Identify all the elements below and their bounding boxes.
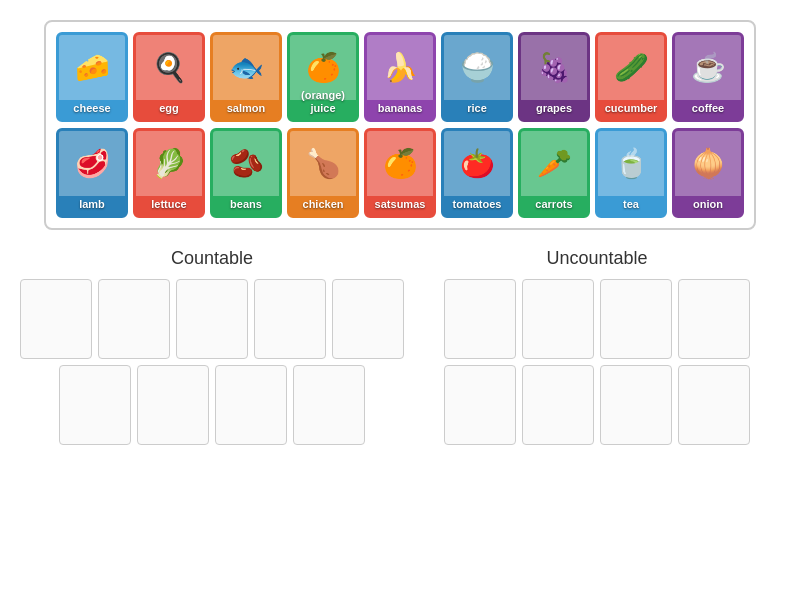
food-label-cucumber: cucumber (605, 102, 658, 115)
slot-row-1 (20, 365, 404, 445)
food-label-coffee: coffee (692, 102, 724, 115)
drop-slot[interactable] (332, 279, 404, 359)
food-label-grapes: grapes (536, 102, 572, 115)
food-label-rice: rice (467, 102, 487, 115)
food-emoji-rice: 🍚 (444, 35, 510, 100)
slot-row-0 (414, 279, 780, 359)
drop-slot[interactable] (444, 365, 516, 445)
food-label-satsumas: satsumas (375, 198, 426, 211)
food-card-beans[interactable]: 🫘beans (210, 128, 282, 218)
food-card-grapes[interactable]: 🍇grapes (518, 32, 590, 122)
food-emoji-cucumber: 🥒 (598, 35, 664, 100)
food-emoji-satsumas: 🍊 (367, 131, 433, 196)
food-emoji-lettuce: 🥬 (136, 131, 202, 196)
food-label-carrots: carrots (535, 198, 572, 211)
food-label-cheese: cheese (73, 102, 110, 115)
food-label-chicken: chicken (303, 198, 344, 211)
drop-slot[interactable] (600, 365, 672, 445)
food-emoji-tomatoes: 🍅 (444, 131, 510, 196)
drop-slot[interactable] (522, 365, 594, 445)
food-label-(orange)
juice: (orange) juice (290, 89, 356, 115)
food-card-chicken[interactable]: 🍗chicken (287, 128, 359, 218)
food-label-lettuce: lettuce (151, 198, 186, 211)
food-label-bananas: bananas (378, 102, 423, 115)
food-label-tea: tea (623, 198, 639, 211)
food-card-egg[interactable]: 🍳egg (133, 32, 205, 122)
food-emoji-chicken: 🍗 (290, 131, 356, 196)
food-card-tomatoes[interactable]: 🍅tomatoes (441, 128, 513, 218)
food-card-rice[interactable]: 🍚rice (441, 32, 513, 122)
food-card-tea[interactable]: 🍵tea (595, 128, 667, 218)
food-emoji-beans: 🫘 (213, 131, 279, 196)
drop-slot[interactable] (522, 279, 594, 359)
food-label-salmon: salmon (227, 102, 266, 115)
drop-slot[interactable] (254, 279, 326, 359)
food-emoji-carrots: 🥕 (521, 131, 587, 196)
food-emoji-cheese: 🧀 (59, 35, 125, 100)
food-card-lettuce[interactable]: 🥬lettuce (133, 128, 205, 218)
drop-slot[interactable] (600, 279, 672, 359)
slot-row-1 (414, 365, 780, 445)
food-card-salmon[interactable]: 🐟salmon (210, 32, 282, 122)
food-card-lamb[interactable]: 🥩lamb (56, 128, 128, 218)
slot-row-0 (20, 279, 404, 359)
uncountable-slots (414, 279, 780, 445)
food-emoji-salmon: 🐟 (213, 35, 279, 100)
food-emoji-egg: 🍳 (136, 35, 202, 100)
food-emoji-coffee: ☕ (675, 35, 741, 100)
food-label-lamb: lamb (79, 198, 105, 211)
food-card-cheese[interactable]: 🧀cheese (56, 32, 128, 122)
uncountable-title: Uncountable (546, 248, 647, 269)
drop-slot[interactable] (176, 279, 248, 359)
drop-slot[interactable] (98, 279, 170, 359)
uncountable-column: Uncountable (414, 248, 780, 445)
food-row-0: 🧀cheese🍳egg🐟salmon🍊(orange) juice🍌banana… (56, 32, 744, 122)
food-emoji-tea: 🍵 (598, 131, 664, 196)
drop-slot[interactable] (59, 365, 131, 445)
drop-slot[interactable] (137, 365, 209, 445)
food-card-satsumas[interactable]: 🍊satsumas (364, 128, 436, 218)
food-grid-container: 🧀cheese🍳egg🐟salmon🍊(orange) juice🍌banana… (44, 20, 756, 230)
drop-slot[interactable] (678, 365, 750, 445)
food-emoji-onion: 🧅 (675, 131, 741, 196)
drop-slot[interactable] (20, 279, 92, 359)
food-emoji-grapes: 🍇 (521, 35, 587, 100)
drop-slot[interactable] (215, 365, 287, 445)
food-label-egg: egg (159, 102, 179, 115)
food-emoji-bananas: 🍌 (367, 35, 433, 100)
countable-title: Countable (171, 248, 253, 269)
countable-column: Countable (20, 248, 404, 445)
food-card-coffee[interactable]: ☕coffee (672, 32, 744, 122)
food-row-1: 🥩lamb🥬lettuce🫘beans🍗chicken🍊satsumas🍅tom… (56, 128, 744, 218)
food-emoji-lamb: 🥩 (59, 131, 125, 196)
drop-slot[interactable] (293, 365, 365, 445)
food-card-onion[interactable]: 🧅onion (672, 128, 744, 218)
drop-slot[interactable] (678, 279, 750, 359)
drop-slot[interactable] (444, 279, 516, 359)
food-card-carrots[interactable]: 🥕carrots (518, 128, 590, 218)
food-card-(orange)-juice[interactable]: 🍊(orange) juice (287, 32, 359, 122)
food-label-beans: beans (230, 198, 262, 211)
food-card-cucumber[interactable]: 🥒cucumber (595, 32, 667, 122)
countable-slots (20, 279, 404, 445)
food-label-tomatoes: tomatoes (453, 198, 502, 211)
food-card-bananas[interactable]: 🍌bananas (364, 32, 436, 122)
sort-area: Countable Uncountable (20, 248, 780, 445)
food-label-onion: onion (693, 198, 723, 211)
